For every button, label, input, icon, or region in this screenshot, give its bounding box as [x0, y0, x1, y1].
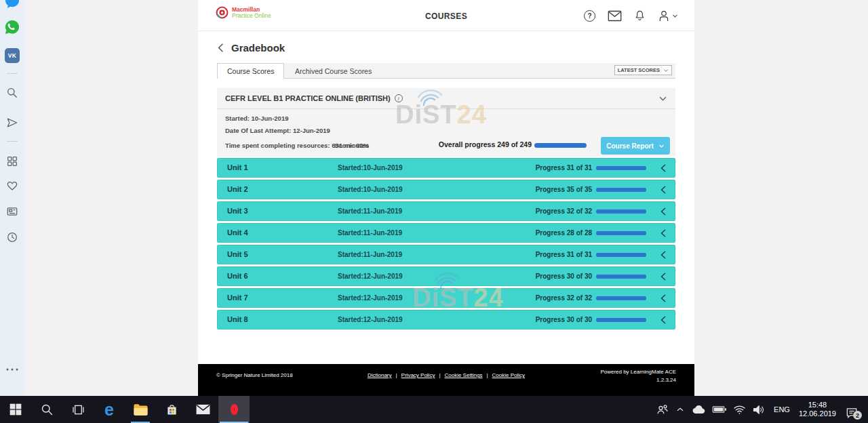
unit-started: Started:11-Jun-2019: [338, 229, 402, 237]
taskbar-search-icon[interactable]: [31, 396, 62, 423]
unit-name: Unit 7: [227, 294, 248, 302]
unit-progress-bar: [596, 318, 646, 322]
unit-progress-label: Progress 32 of 32: [536, 294, 592, 302]
back-icon[interactable]: [216, 43, 225, 53]
volume-icon[interactable]: [752, 404, 765, 416]
unit-name: Unit 6: [227, 272, 248, 280]
unit-row[interactable]: Unit 4 Started:11-Jun-2019 Progress 28 o…: [217, 223, 675, 243]
start-icon[interactable]: [0, 396, 31, 423]
unit-started: Started:12-Jun-2019: [338, 294, 403, 302]
windows-taskbar: e: [0, 396, 868, 423]
tray-time: 15:48: [808, 401, 827, 409]
chevron-left-icon[interactable]: [660, 163, 667, 173]
people-icon[interactable]: [656, 403, 669, 416]
chevron-left-icon[interactable]: [660, 315, 667, 325]
unit-progress-bar: [596, 166, 646, 170]
unit-row[interactable]: Unit 7 Started:12-Jun-2019 Progress 32 o…: [217, 288, 675, 308]
language-indicator[interactable]: ENG: [771, 405, 793, 414]
clock[interactable]: 15:48 12.06.2019: [799, 401, 836, 418]
unit-started: Started:12-Jun-2019: [338, 316, 403, 323]
unit-name: Unit 4: [227, 228, 248, 237]
help-icon[interactable]: ?: [584, 10, 595, 22]
app-header: Macmillan Practice Online COURSES ?: [198, 0, 694, 31]
link-cookie-policy[interactable]: Cookie Policy: [492, 372, 525, 378]
send-icon[interactable]: [5, 116, 19, 129]
news-icon[interactable]: [6, 205, 19, 218]
unit-name: Unit 5: [227, 250, 248, 258]
action-center-icon[interactable]: 2: [842, 396, 861, 423]
unit-progress-bar: [596, 296, 646, 300]
course-started: Started: 10-Jun-2019: [225, 115, 288, 122]
chevron-down-icon[interactable]: [658, 94, 667, 103]
course-score: Score: 92%: [334, 142, 369, 149]
unit-progress-bar: [596, 253, 646, 257]
unit-progress-label: Progress 28 of 28: [536, 229, 592, 237]
unit-row[interactable]: Unit 3 Started:11-Jun-2019 Progress 32 o…: [217, 201, 675, 221]
link-separator: |: [439, 372, 440, 378]
mail-icon[interactable]: [608, 10, 622, 22]
apps-grid-icon[interactable]: [6, 155, 19, 168]
task-view-icon[interactable]: [62, 396, 94, 423]
bell-icon[interactable]: [634, 9, 646, 22]
chevron-down-icon: [672, 13, 678, 19]
unit-progress-bar: [596, 188, 646, 192]
desktop-screen: VK Macmillan Prac: [0, 0, 868, 423]
store-icon[interactable]: [156, 396, 187, 423]
macmillan-logo[interactable]: Macmillan Practice Online: [216, 6, 271, 19]
unit-row[interactable]: Unit 8 Started:12-Jun-2019 Progress 30 o…: [217, 310, 675, 329]
course-report-button[interactable]: Course Report: [601, 137, 670, 155]
heart-icon[interactable]: [6, 180, 19, 193]
more-icon[interactable]: [7, 369, 18, 371]
unit-started: Started:11-Jun-2019: [338, 251, 402, 258]
unit-name: Unit 3: [227, 207, 248, 215]
unit-row[interactable]: Unit 2 Started:10-Jun-2019 Progress 35 o…: [217, 180, 675, 199]
file-explorer-icon[interactable]: [125, 396, 156, 423]
link-privacy-policy[interactable]: Privacy Policy: [401, 372, 435, 378]
mail-app-icon[interactable]: [187, 396, 218, 423]
unit-row[interactable]: Unit 6 Started:12-Jun-2019 Progress 30 o…: [217, 266, 675, 286]
opera-icon[interactable]: [218, 396, 250, 423]
account-icon[interactable]: [658, 9, 678, 22]
whatsapp-icon[interactable]: [5, 20, 20, 35]
unit-progress-bar: [596, 209, 646, 214]
unit-progress-label: Progress 31 of 31: [536, 251, 592, 258]
info-icon[interactable]: i: [395, 94, 403, 102]
edge-icon[interactable]: e: [94, 396, 125, 423]
chevron-left-icon[interactable]: [660, 207, 667, 216]
chevron-left-icon[interactable]: [660, 185, 667, 195]
tray-expand-icon[interactable]: [675, 405, 685, 414]
link-dictionary[interactable]: Dictionary: [368, 372, 392, 378]
powered-by: Powered by LearningMate ACE: [600, 369, 676, 375]
vk-icon[interactable]: VK: [5, 48, 20, 63]
unit-progress-bar: [596, 275, 646, 279]
chevron-left-icon[interactable]: [660, 250, 667, 260]
unit-started: Started:10-Jun-2019: [338, 186, 403, 193]
wifi-icon[interactable]: [733, 404, 746, 415]
search-icon[interactable]: [5, 86, 19, 100]
course-panel: CEFR LEVEL B1 PRACTICE ONLINE (BRITISH) …: [217, 88, 675, 157]
chevron-left-icon[interactable]: [660, 294, 667, 303]
unit-row[interactable]: Unit 5 Started:11-Jun-2019 Progress 31 o…: [217, 245, 675, 264]
history-clock-icon[interactable]: [6, 231, 19, 244]
chevron-down-icon: [663, 68, 669, 73]
course-header[interactable]: CEFR LEVEL B1 PRACTICE ONLINE (BRITISH) …: [217, 88, 675, 109]
overall-progress-bar: [534, 143, 587, 148]
chevron-left-icon[interactable]: [660, 272, 667, 281]
link-cookie-settings[interactable]: Cookie Settings: [444, 372, 482, 378]
onedrive-icon[interactable]: [691, 404, 706, 415]
unit-name: Unit 2: [227, 185, 248, 193]
tab-course-scores[interactable]: Course Scores: [217, 63, 284, 79]
unit-progress-label: Progress 31 of 31: [536, 164, 592, 172]
nav-courses[interactable]: COURSES: [425, 12, 467, 21]
unit-name: Unit 8: [227, 315, 248, 323]
latest-scores-dropdown[interactable]: LATEST SCORES: [614, 65, 672, 75]
tab-archived-course-scores[interactable]: Archived Course Scores: [285, 63, 381, 79]
chevron-left-icon[interactable]: [660, 228, 667, 238]
tray-date: 12.06.2019: [799, 409, 836, 418]
messenger-icon[interactable]: [4, 0, 20, 9]
browser-page: Macmillan Practice Online COURSES ?: [198, 0, 694, 396]
battery-icon[interactable]: [712, 405, 727, 414]
unit-progress-label: Progress 35 of 35: [536, 186, 592, 193]
course-title: CEFR LEVEL B1 PRACTICE ONLINE (BRITISH): [225, 94, 391, 102]
unit-row[interactable]: Unit 1 Started:10-Jun-2019 Progress 31 o…: [217, 158, 675, 178]
